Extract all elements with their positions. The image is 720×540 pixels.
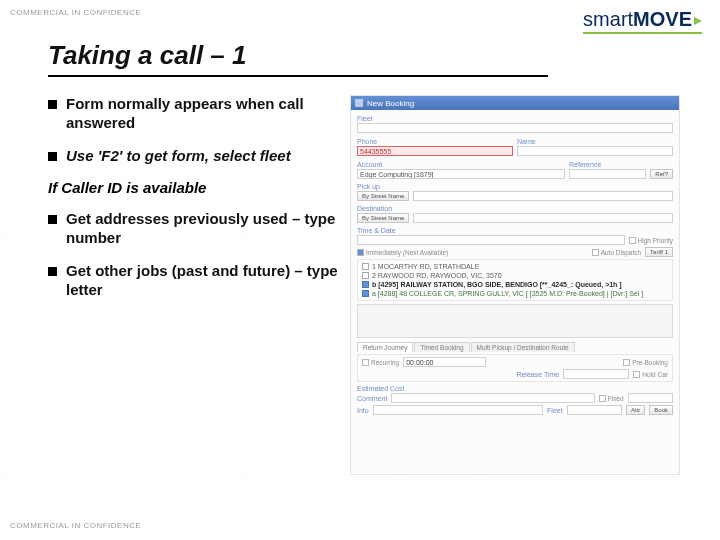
bullet-item: Get addresses previously used – type num…	[48, 210, 338, 248]
bullet-icon	[48, 215, 57, 224]
reference-label: Reference	[569, 161, 673, 168]
fleet-combo-label: Fleet	[547, 407, 563, 414]
list-text: b [4295] RAILWAY STATION, BGO SIDE, BEND…	[372, 281, 622, 288]
info-label: Info	[357, 407, 369, 414]
immediate-checkbox[interactable]: Immediately (Next Available)	[357, 249, 448, 256]
address-mode-button[interactable]: By Street Name	[357, 213, 409, 223]
tab-row: Return Journey Timed Booking Multi Picku…	[357, 342, 673, 352]
comment-label: Comment	[357, 395, 387, 402]
bullet-item: Use 'F2' to get form, select fleet	[48, 147, 338, 166]
sub-heading: If Caller ID is available	[48, 179, 338, 196]
holdcar-checkbox[interactable]: Hold Car	[633, 371, 668, 378]
book-button[interactable]: Book	[649, 405, 673, 415]
confidential-header: COMMERCIAL IN CONFIDENCE	[10, 8, 141, 17]
prebook-checkbox[interactable]: Pre-Booking	[623, 359, 668, 366]
list-text: 2 RAYWOOD RD, RAYWOOD, VIC, 3570	[372, 272, 502, 279]
comment-input[interactable]	[391, 393, 594, 403]
checkbox-label: High Priority	[638, 237, 673, 244]
confidential-footer: COMMERCIAL IN CONFIDENCE	[10, 521, 141, 530]
logo-arrow-icon	[694, 17, 702, 25]
info-input[interactable]	[373, 405, 543, 415]
address-history-list: 1 MOCARTHY RD, STRATHDALE 2 RAYWOOD RD, …	[357, 259, 673, 301]
list-item[interactable]: 1 MOCARTHY RD, STRATHDALE	[362, 262, 668, 271]
autodispatch-checkbox[interactable]: Auto Dispatch	[592, 249, 641, 256]
logo-underline	[583, 32, 702, 34]
account-label: Account	[357, 161, 565, 168]
bullet-icon	[48, 152, 57, 161]
name-input[interactable]	[517, 146, 673, 156]
logo-part2: MOVE	[633, 8, 692, 30]
bullet-item: Get other jobs (past and future) – type …	[48, 262, 338, 300]
destination-label: Destination	[357, 205, 673, 212]
releasetime-label: Release Time	[516, 371, 559, 378]
list-item[interactable]: a [4288] 48 COLLEGE CR, SPRING GULLY, VI…	[362, 289, 668, 298]
list-icon	[362, 290, 369, 297]
ref-button[interactable]: Ref?	[650, 169, 673, 179]
list-icon	[362, 272, 369, 279]
list-icon	[362, 263, 369, 270]
time-input[interactable]	[357, 235, 625, 245]
bullet-text: Form normally appears when call answered	[66, 95, 304, 131]
tab-return-journey[interactable]: Return Journey	[357, 342, 413, 352]
high-priority-checkbox[interactable]: High Priority	[629, 237, 673, 244]
destination-input[interactable]	[413, 213, 673, 223]
checkbox-label: Fixed	[608, 395, 624, 402]
checkbox-label: Auto Dispatch	[601, 249, 641, 256]
list-item[interactable]: b [4295] RAILWAY STATION, BGO SIDE, BEND…	[362, 280, 668, 289]
checkbox-label: Immediately (Next Available)	[366, 249, 448, 256]
list-text: a [4288] 48 COLLEGE CR, SPRING GULLY, VI…	[372, 290, 643, 297]
recurring-checkbox[interactable]: Recurring	[362, 359, 399, 366]
time-label: Time & Date	[357, 227, 673, 234]
recurring-time-input[interactable]: 00:00:00	[403, 357, 486, 367]
bullet-column: Form normally appears when call answered…	[48, 95, 338, 475]
attr-button[interactable]: Attr	[626, 405, 645, 415]
list-text: 1 MOCARTHY RD, STRATHDALE	[372, 263, 479, 270]
tab-timed-booking[interactable]: Timed Booking	[414, 342, 469, 352]
checkbox-label: Pre-Booking	[632, 359, 668, 366]
list-icon	[362, 281, 369, 288]
window-icon	[355, 99, 363, 107]
bullet-icon	[48, 100, 57, 109]
releasetime-input[interactable]	[563, 369, 629, 379]
bullet-item: Form normally appears when call answered	[48, 95, 338, 133]
fleet-label: Fleet	[357, 115, 673, 122]
tab-multi-route[interactable]: Multi Pickup / Destination Route	[471, 342, 575, 352]
estcost-label: Estimated Cost	[357, 385, 673, 392]
logo-part1: smart	[583, 8, 633, 30]
fleet-input[interactable]	[357, 123, 673, 133]
page-title: Taking a call – 1	[48, 40, 702, 71]
checkbox-label: Recurring	[371, 359, 399, 366]
title-underline	[48, 75, 548, 77]
window-title: New Booking	[367, 99, 414, 108]
reference-input[interactable]	[569, 169, 646, 179]
bullet-text: Get other jobs (past and future) – type …	[66, 262, 338, 298]
pickup-label: Pick up	[357, 183, 673, 190]
form-screenshot: New Booking Fleet Phone 54435555 Name	[350, 95, 680, 475]
account-input[interactable]: Edge Computing [1879]	[357, 169, 565, 179]
bullet-text: Get addresses previously used – type num…	[66, 210, 335, 246]
tariff-button[interactable]: Tariff 1	[645, 247, 673, 257]
bullet-text: Use 'F2' to get form, select fleet	[66, 147, 291, 164]
fleet-combo[interactable]	[567, 405, 622, 415]
checkbox-label: Hold Car	[642, 371, 668, 378]
fixed-amount-input[interactable]	[628, 393, 673, 403]
address-mode-button[interactable]: By Street Name	[357, 191, 409, 201]
bullet-icon	[48, 267, 57, 276]
list-item[interactable]: 2 RAYWOOD RD, RAYWOOD, VIC, 3570	[362, 271, 668, 280]
divider-strip	[357, 304, 673, 338]
window-titlebar[interactable]: New Booking	[351, 96, 679, 110]
fixed-checkbox[interactable]: Fixed	[599, 395, 624, 402]
logo: smartMOVE	[583, 8, 702, 31]
name-label: Name	[517, 138, 673, 145]
phone-input[interactable]: 54435555	[357, 146, 513, 156]
phone-label: Phone	[357, 138, 513, 145]
pickup-input[interactable]	[413, 191, 673, 201]
